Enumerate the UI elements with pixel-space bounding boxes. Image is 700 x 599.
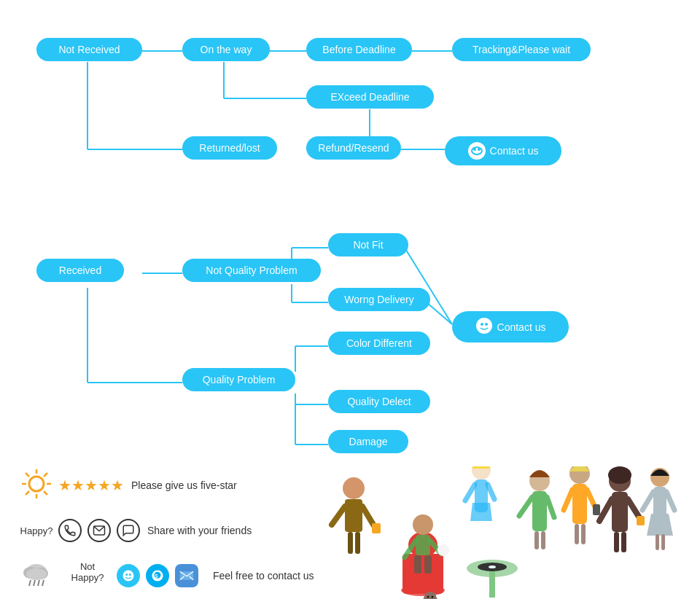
svg-rect-63 <box>402 554 443 594</box>
before-deadline-label: Before Deadline <box>322 44 395 55</box>
mail-icon <box>88 519 111 542</box>
quality-problem-label: Quality Problem <box>203 374 276 385</box>
contact-icons: S <box>117 564 198 587</box>
svg-point-51 <box>129 573 131 576</box>
chat-icon <box>117 519 140 542</box>
sun-icon <box>15 466 58 504</box>
svg-point-50 <box>125 573 128 576</box>
svg-line-37 <box>44 491 47 495</box>
exceed-deadline-node: EXceed Deadline <box>306 85 434 109</box>
svg-point-49 <box>123 571 134 582</box>
svg-line-36 <box>26 473 29 477</box>
svg-line-95 <box>628 499 640 519</box>
svg-rect-66 <box>416 535 430 555</box>
svg-line-112 <box>488 485 494 499</box>
footer-section: ★ ★ ★ ★ ★ Please give us five-star Happy… <box>15 466 685 599</box>
not-quality-problem-label: Not Quality Problem <box>206 265 297 276</box>
not-received-node: Not Received <box>36 38 142 61</box>
svg-line-45 <box>29 580 31 586</box>
happy-row: ★ ★ ★ ★ ★ Please give us five-star <box>15 466 343 504</box>
svg-rect-93 <box>621 532 626 552</box>
svg-rect-68 <box>424 555 432 573</box>
svg-point-90 <box>608 466 631 484</box>
five-star-text: Please give us five-star <box>131 479 237 491</box>
share-row: Happy? <box>15 519 343 542</box>
returned-lost-label: Returned/lost <box>199 142 260 154</box>
color-different-label: Color Different <box>346 337 412 349</box>
svg-line-48 <box>42 580 44 586</box>
svg-rect-96 <box>637 516 645 525</box>
page-container: Not Received On the way Before Deadline … <box>0 0 700 599</box>
svg-rect-88 <box>593 504 600 515</box>
contact-icon-top <box>468 142 486 160</box>
contact-text: Feel free to contact us <box>213 570 314 582</box>
not-fit-label: Not Fit <box>353 239 383 251</box>
contact-us-top-label: Contact us <box>490 145 539 157</box>
svg-point-65 <box>413 514 433 535</box>
not-quality-problem-node: Not Quality Problem <box>182 259 321 282</box>
refund-resend-label: Refund/Resend <box>318 142 389 154</box>
svg-rect-61 <box>372 523 381 533</box>
svg-point-108 <box>432 596 434 598</box>
svg-point-29 <box>481 323 483 326</box>
svg-line-59 <box>332 506 345 525</box>
svg-rect-73 <box>489 568 495 598</box>
svg-line-94 <box>599 499 612 521</box>
skype-icon: S <box>146 564 169 587</box>
five-stars: ★ ★ ★ ★ ★ <box>58 477 124 494</box>
bottom-flow-section: Received Not Quality Problem Not Fit Wor… <box>15 211 685 459</box>
aliexpress-icon <box>117 564 140 587</box>
svg-line-102 <box>666 492 674 510</box>
svg-line-20 <box>405 248 452 324</box>
svg-rect-92 <box>614 532 619 552</box>
happy-label: Happy? <box>15 525 58 536</box>
contact-icon-bottom <box>475 317 493 337</box>
svg-point-31 <box>29 477 44 491</box>
svg-point-55 <box>343 477 365 499</box>
svg-rect-100 <box>661 534 665 550</box>
quality-problem-node: Quality Problem <box>182 368 295 391</box>
svg-text:S: S <box>155 573 158 579</box>
contact-us-bottom-label: Contact us <box>497 321 546 333</box>
svg-line-86 <box>564 490 572 510</box>
footer-left: ★ ★ ★ ★ ★ Please give us five-star Happy… <box>15 466 343 595</box>
email-icon <box>175 564 198 587</box>
svg-rect-84 <box>575 524 579 544</box>
not-happy-row: Not Happy? <box>15 557 343 595</box>
svg-point-10 <box>469 143 485 159</box>
tracking-wait-label: Tracking&Please wait <box>472 44 570 55</box>
wrong-delivery-node: Worng Delivery <box>328 288 430 311</box>
svg-line-101 <box>642 492 653 510</box>
rain-cloud-icon <box>15 557 58 595</box>
contact-us-top-node: Contact us <box>445 136 561 165</box>
svg-line-46 <box>34 580 35 586</box>
svg-point-28 <box>476 318 492 334</box>
svg-point-75 <box>489 565 496 568</box>
not-fit-node: Not Fit <box>328 233 408 257</box>
returned-lost-node: Returned/lost <box>182 136 277 160</box>
top-flow-section: Not Received On the way Before Deadline … <box>15 15 685 197</box>
svg-rect-57 <box>348 532 353 554</box>
svg-rect-67 <box>414 555 421 573</box>
svg-line-39 <box>26 491 29 495</box>
svg-line-47 <box>38 580 39 586</box>
received-label: Received <box>59 265 101 276</box>
before-deadline-node: Before Deadline <box>306 38 412 61</box>
svg-rect-99 <box>656 534 659 550</box>
svg-rect-85 <box>581 524 586 544</box>
svg-line-81 <box>547 497 554 517</box>
svg-rect-78 <box>534 531 539 549</box>
damage-label: Damage <box>349 436 388 447</box>
svg-rect-79 <box>541 531 545 549</box>
tracking-wait-node: Tracking&Please wait <box>452 38 591 61</box>
quality-defect-label: Quality Delect <box>347 396 411 407</box>
svg-point-12 <box>478 148 481 151</box>
contact-us-bottom-node: Contact us <box>452 311 569 342</box>
share-text: Share with your friends <box>147 525 252 536</box>
not-received-label: Not Received <box>58 44 120 55</box>
svg-point-30 <box>485 323 488 326</box>
exceed-deadline-label: EXceed Deadline <box>330 91 409 103</box>
svg-line-38 <box>44 473 47 477</box>
svg-point-11 <box>473 148 476 151</box>
svg-line-21 <box>427 302 452 324</box>
